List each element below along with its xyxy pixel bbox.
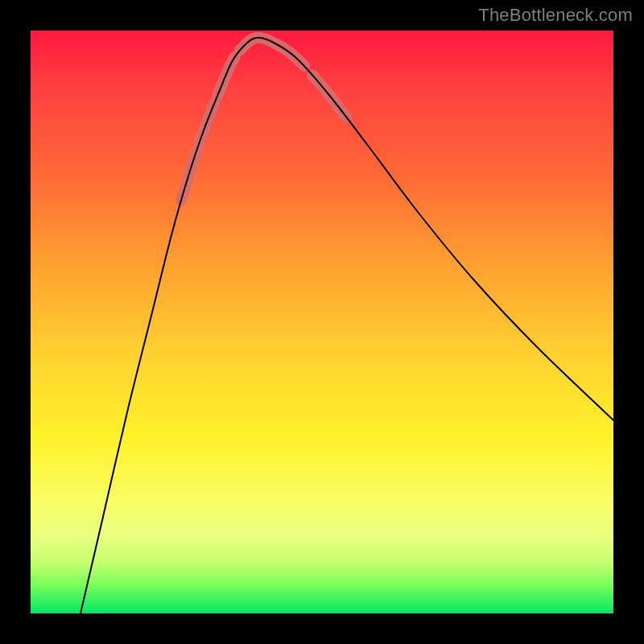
chart-svg [31, 31, 613, 613]
chart-frame: TheBottleneck.com [0, 0, 644, 644]
highlight-bands [181, 38, 346, 200]
bottleneck-curve-line [80, 38, 613, 613]
watermark-text: TheBottleneck.com [478, 5, 633, 26]
